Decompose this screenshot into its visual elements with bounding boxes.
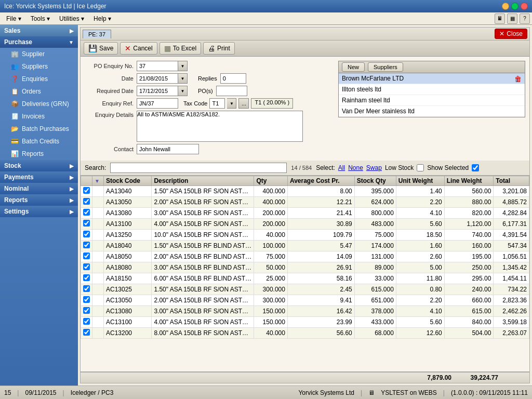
enquiry-details-input[interactable]: All to ASTM/ASME A182/SA182. <box>137 111 303 142</box>
row-check-cell[interactable] <box>81 306 92 317</box>
search-input[interactable] <box>110 163 287 173</box>
row-check-cell[interactable] <box>81 317 92 328</box>
table-row[interactable]: AC13080 3.00" ASA 150LB RF S/ON ASTM ...… <box>81 306 529 317</box>
sidebar-section-payments[interactable]: Payments ▶ <box>0 171 78 183</box>
sidebar-item-deliveries[interactable]: 📦 Deliveries (GRN) <box>0 98 78 110</box>
sidebar-item-orders[interactable]: 📋 Orders <box>0 85 78 98</box>
row-checkbox[interactable] <box>83 285 90 292</box>
pos-input[interactable] <box>216 86 247 96</box>
row-check-cell[interactable] <box>81 328 92 339</box>
table-row[interactable]: AC13050 2.00" ASA 150LB RF S/ON ASTM ...… <box>81 295 529 306</box>
sidebar-item-enquiries[interactable]: ❓ Enquiries <box>0 73 78 85</box>
table-row[interactable]: AC13025 1.50" ASA 150LB RF S/ON ASTM ...… <box>81 284 529 295</box>
row-check-cell[interactable] <box>81 219 92 230</box>
row-check-cell[interactable] <box>81 273 92 284</box>
col-header-avg-cost[interactable]: Average Cost Pr. <box>287 176 354 186</box>
help-icon[interactable]: ? <box>520 14 530 24</box>
row-checkbox[interactable] <box>83 252 90 259</box>
row-checkbox[interactable] <box>83 198 90 205</box>
date-dropdown[interactable]: ▼ <box>178 73 188 84</box>
row-check-cell[interactable] <box>81 295 92 306</box>
table-row[interactable]: AA13100 4.00" ASA 150LB RF S/ON ASTM ...… <box>81 219 529 230</box>
row-checkbox[interactable] <box>83 231 90 237</box>
po-enquiry-input[interactable] <box>137 61 178 71</box>
menu-tools[interactable]: Tools ▾ <box>26 14 54 23</box>
contact-input[interactable] <box>137 144 199 154</box>
select-all-link[interactable]: All <box>338 164 345 171</box>
close-window-button[interactable] <box>521 3 528 10</box>
row-check-cell[interactable] <box>81 284 92 295</box>
grid-icon[interactable]: ▦ <box>507 14 517 24</box>
table-row[interactable]: AA18040 1.50" ASA 150LB RF BLIND ASTM ..… <box>81 241 529 251</box>
sidebar-section-purchase[interactable]: Purchase ▼ <box>0 36 78 48</box>
row-check-cell[interactable] <box>81 208 92 219</box>
row-checkbox[interactable] <box>83 220 90 227</box>
sidebar-item-batch-credits[interactable]: 💳 Batch Credits <box>0 135 78 148</box>
col-header-description[interactable]: Description <box>152 176 254 186</box>
row-checkbox[interactable] <box>83 274 90 281</box>
delete-supplier-icon-0[interactable]: 🗑 <box>514 75 522 83</box>
table-row[interactable]: AA18080 3.00" ASA 150LB RF BLIND ASTM ..… <box>81 262 529 273</box>
tax-code-dropdown[interactable]: ▼ <box>227 98 236 109</box>
row-checkbox[interactable] <box>83 307 90 314</box>
col-header-stock-code[interactable]: Stock Code <box>104 176 152 186</box>
col-header-stock-qty[interactable]: Stock Qty <box>354 176 396 186</box>
required-date-input[interactable] <box>137 86 178 96</box>
tax-code-input[interactable] <box>209 98 225 109</box>
supplier-item-1[interactable]: Illton steels ltd <box>339 84 525 95</box>
enquiry-ref-input[interactable] <box>137 98 178 109</box>
row-check-cell[interactable] <box>81 230 92 241</box>
select-none-link[interactable]: None <box>348 164 363 171</box>
col-header-flag[interactable]: ▼ <box>92 176 104 186</box>
close-button[interactable]: ✕ Close <box>495 29 527 39</box>
row-check-cell[interactable] <box>81 251 92 262</box>
sidebar-item-suppliers[interactable]: 👥 Suppliers <box>0 60 78 73</box>
required-date-dropdown[interactable]: ▼ <box>178 86 188 96</box>
col-header-qty[interactable]: Qty <box>254 176 288 186</box>
menu-utilities[interactable]: Utilities ▾ <box>55 14 88 23</box>
sidebar-section-sales[interactable]: Sales ▶ <box>0 25 78 36</box>
to-excel-button[interactable]: ▦ To Excel <box>159 42 201 55</box>
table-row[interactable]: AA13040 1.50" ASA 150LB RF S/ON ASTM ...… <box>81 186 529 197</box>
menu-help[interactable]: Help ▾ <box>89 14 115 23</box>
sidebar-item-invoices[interactable]: 🧾 Invoices <box>0 110 78 123</box>
row-check-cell[interactable] <box>81 241 92 251</box>
sidebar-item-reports[interactable]: 📊 Reports <box>0 148 78 160</box>
save-button[interactable]: 💾 Save <box>84 42 118 55</box>
row-checkbox[interactable] <box>83 187 90 194</box>
new-supplier-button[interactable]: New <box>342 62 365 72</box>
sidebar-section-nominal[interactable]: Nominal ▶ <box>0 183 78 194</box>
row-check-cell[interactable] <box>81 186 92 197</box>
supplier-item-2[interactable]: Rainham steel ltd <box>339 95 525 106</box>
suppliers-button[interactable]: Suppliers <box>368 62 403 72</box>
print-button[interactable]: 🖨 Print <box>203 42 235 55</box>
table-row[interactable]: AC13100 4.00" ASA 150LB RF S/ON ASTM ...… <box>81 317 529 328</box>
table-row[interactable]: AA13250 10.0" ASA 150LB RF S/ON ASTM ...… <box>81 230 529 241</box>
table-scroll[interactable]: ▼ Stock Code Description Qty Average Cos… <box>81 176 529 371</box>
row-check-cell[interactable] <box>81 197 92 208</box>
maximize-button[interactable] <box>511 3 518 10</box>
col-header-total[interactable]: Total <box>494 176 529 186</box>
sidebar-section-reports[interactable]: Reports ▶ <box>0 194 78 206</box>
row-checkbox[interactable] <box>83 318 90 325</box>
sidebar-section-stock[interactable]: Stock ▶ <box>0 160 78 171</box>
low-stock-checkbox[interactable] <box>417 164 424 171</box>
table-row[interactable]: AC13200 8.00" ASA 150LB RF S/ON ASTM ...… <box>81 328 529 339</box>
table-row[interactable]: AA18150 6.00" ASA 150LB RF BLIND ASTM ..… <box>81 273 529 284</box>
calculator-icon[interactable]: 🖩 <box>495 14 505 24</box>
table-row[interactable]: AA13080 3.00" ASA 150LB RF S/ON ASTM ...… <box>81 208 529 219</box>
col-header-line-weight[interactable]: Line Weight <box>444 176 494 186</box>
tax-dots-button[interactable]: ... <box>238 98 249 109</box>
replies-input[interactable] <box>220 73 246 84</box>
menu-file[interactable]: File ▾ <box>2 14 25 23</box>
row-checkbox[interactable] <box>83 296 90 303</box>
row-checkbox[interactable] <box>83 329 90 336</box>
row-checkbox[interactable] <box>83 263 90 270</box>
date-input[interactable] <box>137 73 178 84</box>
show-selected-checkbox[interactable] <box>472 164 479 171</box>
supplier-item-0[interactable]: Brown McFarlane LTD 🗑 <box>339 73 525 84</box>
minimize-button[interactable] <box>502 3 509 10</box>
table-row[interactable]: AA13050 2.00" ASA 150LB RF S/ON ASTM ...… <box>81 197 529 208</box>
select-swap-link[interactable]: Swap <box>366 164 382 171</box>
sidebar-section-settings[interactable]: Settings ▶ <box>0 206 78 217</box>
